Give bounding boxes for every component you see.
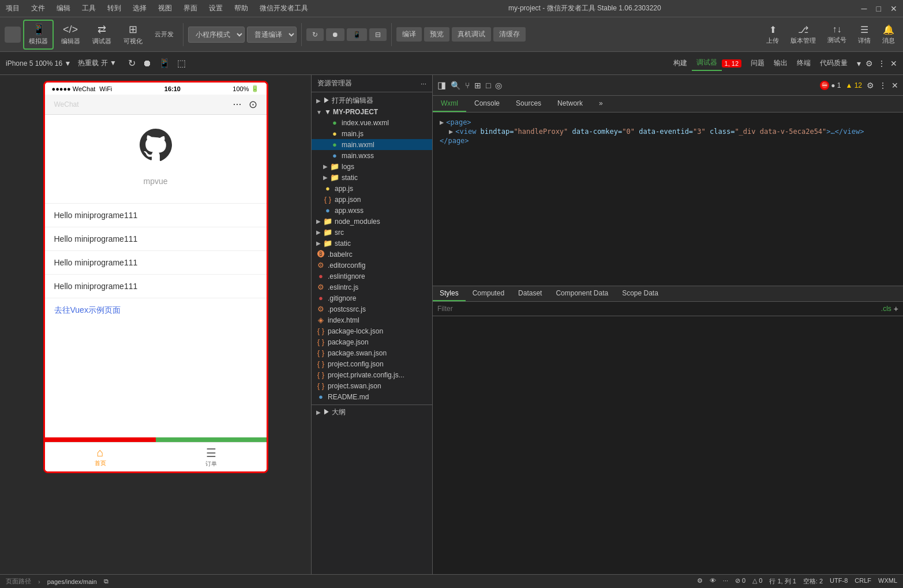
- file-readme[interactable]: ● README.md: [312, 391, 432, 402]
- file-package-lock[interactable]: { } package-lock.json: [312, 325, 432, 336]
- test-no-button[interactable]: ↑↓ 测试号: [824, 22, 850, 47]
- file-index-html[interactable]: ◈ index.html: [312, 314, 432, 325]
- settings-icon[interactable]: ⚙: [865, 59, 873, 68]
- menu-goto[interactable]: 转到: [107, 3, 121, 13]
- inspector-icon[interactable]: ◨: [437, 80, 446, 91]
- file-eslintignore[interactable]: ● .eslintignore: [312, 271, 432, 282]
- menu-settings[interactable]: 设置: [209, 3, 223, 13]
- devtools-close-icon[interactable]: ✕: [891, 81, 898, 90]
- expand-small-icon[interactable]: ⬚: [177, 58, 186, 69]
- tab-wxml[interactable]: Wxml: [433, 96, 466, 112]
- styles-tab-dataset[interactable]: Dataset: [511, 286, 549, 301]
- settings-icon[interactable]: ⚙: [697, 577, 703, 586]
- file-app-js[interactable]: ● app.js: [312, 183, 432, 194]
- file-eslintrc[interactable]: ⚙ .eslintrc.js: [312, 282, 432, 293]
- compile-button[interactable]: 编译: [396, 27, 422, 42]
- phone-button[interactable]: 📱: [347, 28, 367, 41]
- file-app-wxss[interactable]: ● app.wxss: [312, 205, 432, 216]
- eye-icon[interactable]: 👁: [710, 577, 716, 586]
- more-icon[interactable]: ···: [233, 98, 241, 111]
- output-tab[interactable]: 输出: [769, 56, 792, 70]
- project-root-item[interactable]: ▼ ▼ MY-PROJECT: [312, 107, 432, 117]
- version-mgmt-button[interactable]: ⎇ 版本管理: [787, 22, 819, 47]
- file-panel-more-icon[interactable]: ···: [421, 80, 426, 88]
- file-index-vue-wxml[interactable]: ● index.vue.wxml: [312, 117, 432, 128]
- file-postcssrc[interactable]: ⚙ .postcssrc.js: [312, 304, 432, 314]
- file-main-wxml[interactable]: ● main.wxml: [312, 139, 432, 150]
- maximize-button[interactable]: □: [876, 4, 881, 13]
- menu-edit[interactable]: 编辑: [57, 3, 70, 13]
- branch-icon[interactable]: ⑂: [465, 81, 470, 90]
- tab-order[interactable]: ☰ 订单: [156, 443, 267, 471]
- clear-cache-button[interactable]: 清缓存: [493, 27, 526, 42]
- real-device-button[interactable]: 真机调试: [452, 27, 491, 42]
- file-main-js[interactable]: ● main.js: [312, 128, 432, 139]
- minimize-button[interactable]: ─: [861, 4, 867, 13]
- title-bar-menu[interactable]: 项目 文件 编辑 工具 转到 选择 视图 界面 设置 帮助 微信开发者工具: [6, 3, 308, 13]
- vuex-link[interactable]: 去往Vuex示例页面: [45, 298, 267, 323]
- issues-tab[interactable]: 问题: [746, 56, 769, 70]
- expand-button[interactable]: ⊟: [369, 28, 387, 41]
- build-tab[interactable]: 构建: [669, 56, 692, 70]
- detail-button[interactable]: ☰ 详情: [855, 22, 874, 47]
- file-package-swan[interactable]: { } package.swan.json: [312, 347, 432, 358]
- menu-project[interactable]: 项目: [6, 3, 20, 13]
- styles-filter-input[interactable]: [437, 305, 881, 313]
- menu-select[interactable]: 选择: [133, 3, 147, 13]
- refresh-icon[interactable]: ↻: [128, 58, 136, 69]
- folder-static-outer[interactable]: ▶ 📁 static: [312, 238, 432, 249]
- code-quality-tab[interactable]: 代码质量: [815, 56, 852, 70]
- tab-console[interactable]: Console: [466, 96, 508, 112]
- menu-view[interactable]: 视图: [158, 3, 172, 13]
- file-app-json[interactable]: { } app.json: [312, 194, 432, 205]
- circle-icon[interactable]: ◎: [495, 81, 502, 90]
- devtools-menu-icon[interactable]: ⋮: [879, 81, 887, 90]
- scan-icon[interactable]: ⊙: [249, 98, 257, 111]
- tab-sources[interactable]: Sources: [508, 96, 549, 112]
- folder-node-modules[interactable]: ▶ 📁 node_modules: [312, 216, 432, 227]
- outline-item[interactable]: ▶ ▶ 大纲: [312, 405, 432, 418]
- window-controls[interactable]: ─ □ ✕: [861, 4, 897, 13]
- copy-icon[interactable]: ⧉: [104, 578, 108, 585]
- folder-logs[interactable]: ▶ 📁 logs: [312, 161, 432, 172]
- menu-help[interactable]: 帮助: [234, 3, 248, 13]
- menu-interface[interactable]: 界面: [183, 3, 197, 13]
- file-main-wxss[interactable]: ● main.wxss: [312, 150, 432, 161]
- file-gitignore[interactable]: ● .gitignore: [312, 293, 432, 304]
- devtools-menu-icon[interactable]: ⋮: [878, 59, 886, 68]
- debug-tab[interactable]: 调试器: [692, 55, 722, 71]
- expand-icon[interactable]: ▶: [440, 118, 444, 126]
- tab-network[interactable]: Network: [549, 96, 591, 112]
- devtools-settings-icon[interactable]: ⚙: [867, 81, 874, 90]
- tab-home[interactable]: ⌂ 首页: [45, 443, 156, 471]
- square-icon[interactable]: □: [486, 81, 490, 90]
- styles-tab-styles[interactable]: Styles: [433, 286, 466, 301]
- add-rule-button[interactable]: +: [894, 304, 898, 313]
- preview-button[interactable]: 预览: [424, 27, 449, 42]
- cloud-button[interactable]: 云开发: [149, 20, 178, 50]
- simulator-button[interactable]: 📱 模拟器: [23, 20, 54, 50]
- folder-src[interactable]: ▶ 📁 src: [312, 227, 432, 238]
- mode-select[interactable]: 小程序模式: [188, 27, 245, 43]
- visualize-button[interactable]: ⊞ 可视化: [118, 20, 147, 50]
- hotreload-btn[interactable]: 热重载 开 ▼: [78, 58, 117, 68]
- styles-tab-scope-data[interactable]: Scope Data: [615, 286, 665, 301]
- tab-more[interactable]: »: [591, 96, 611, 112]
- file-project-private[interactable]: { } project.private.config.js...: [312, 369, 432, 380]
- debugger-button[interactable]: ⇄ 调试器: [87, 20, 116, 50]
- menu-wechat-devtools[interactable]: 微信开发者工具: [260, 3, 308, 13]
- file-project-config[interactable]: { } project.config.json: [312, 358, 432, 369]
- open-editors-item[interactable]: ▶ ▶ 打开的编辑器: [312, 95, 432, 107]
- menu-tools[interactable]: 工具: [82, 3, 96, 13]
- editor-button[interactable]: </> 编辑器: [56, 20, 85, 50]
- file-editorconfig[interactable]: ⚙ .editorconfig: [312, 260, 432, 271]
- cls-button[interactable]: .cls: [881, 305, 891, 313]
- compile-select[interactable]: 普通编译: [247, 27, 297, 43]
- record-icon[interactable]: ⏺: [143, 58, 152, 69]
- refresh-button[interactable]: ↻: [306, 28, 324, 41]
- record-button[interactable]: ⏺: [326, 28, 344, 41]
- phone-small-icon[interactable]: 📱: [159, 58, 170, 69]
- folder-static-inner[interactable]: ▶ 📁 static: [312, 172, 432, 183]
- close-button[interactable]: ✕: [890, 4, 897, 13]
- terminal-tab[interactable]: 终端: [792, 56, 815, 70]
